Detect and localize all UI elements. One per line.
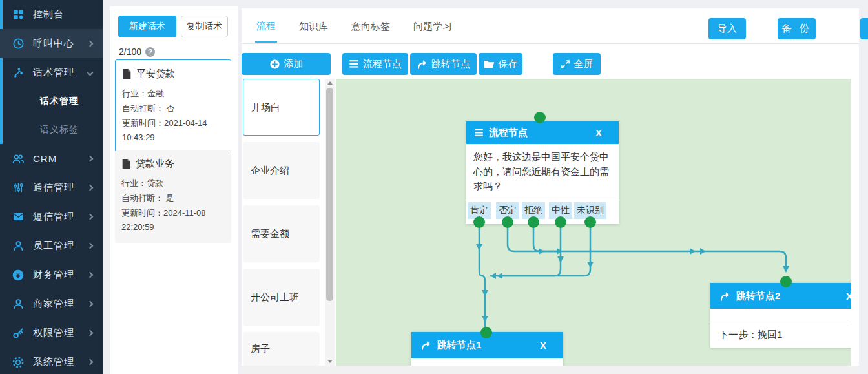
sidebar-item-system[interactable]: 系统管理 xyxy=(0,348,103,374)
intent-chip-row: 肯定 否定 拒绝 中性 未识别 xyxy=(466,200,619,224)
tab-intent-tags[interactable]: 意向标签 xyxy=(350,10,391,42)
users-icon xyxy=(12,152,25,165)
tab-bar: 流程 知识库 意向标签 问题学习 xyxy=(242,8,859,44)
sidebar-item-script-management[interactable]: 话术管理 xyxy=(0,58,103,87)
sidebar-item-call-center[interactable]: 呼叫中心 xyxy=(0,29,103,58)
flow-node-card[interactable]: 流程节点 X 您好，我这边是中国平安个贷中心的，请问您近期有资金上的需求吗？ 肯… xyxy=(466,121,619,224)
intent-chip-affirm[interactable]: 肯定 xyxy=(468,202,491,219)
plus-circle-icon xyxy=(269,59,280,70)
scrollbar-thumb[interactable] xyxy=(326,88,333,301)
tab-knowledge-base[interactable]: 知识库 xyxy=(298,10,329,42)
sidebar-subitem-script-management[interactable]: 话术管理 xyxy=(0,87,103,116)
script-card-loan[interactable]: 贷款业务 行业：贷款 自动打断： 是 更新时间：2024-11-08 22:20… xyxy=(115,150,231,243)
chevron-right-icon xyxy=(87,214,94,220)
script-count: 2/100 ? xyxy=(119,47,155,57)
sidebar-subitem-label: 语义标签 xyxy=(40,124,79,136)
jump-node-button[interactable]: 跳转节点 xyxy=(410,53,477,75)
intent-chip-deny[interactable]: 否定 xyxy=(496,202,519,219)
close-icon[interactable]: X xyxy=(540,340,554,351)
flow-node-title: 流程节点 xyxy=(489,127,595,139)
scroll-up-button[interactable] xyxy=(325,79,335,87)
canvas-toolbar: 添加 流程节点 跳转节点 保存 全屏 xyxy=(242,53,859,75)
intent-chip-unrecognized[interactable]: 未识别 xyxy=(574,202,606,219)
chevron-right-icon xyxy=(87,156,94,162)
tab-flow[interactable]: 流程 xyxy=(255,9,277,43)
sidebar-item-dashboard[interactable]: 控制台 xyxy=(0,0,103,29)
save-button[interactable]: 保存 xyxy=(479,53,522,75)
script-card-industry: 行业：贷款 xyxy=(121,176,225,191)
close-icon[interactable]: X xyxy=(595,127,611,138)
jump-arrow-icon xyxy=(719,291,730,301)
document-icon xyxy=(121,159,131,169)
new-script-button[interactable]: 新建话术 xyxy=(118,16,176,37)
fullscreen-button[interactable]: 全屏 xyxy=(553,53,601,75)
sidebar-item-label: 控制台 xyxy=(33,8,64,21)
add-node-button[interactable]: 添加 xyxy=(242,53,331,75)
list-icon xyxy=(349,59,359,68)
copy-script-button[interactable]: 复制话术 xyxy=(181,16,228,37)
flow-node-text[interactable]: 您好，我这边是中国平安个贷中心的，请问您近期有资金上的需求吗？ xyxy=(466,144,619,200)
intent-chip-neutral[interactable]: 中性 xyxy=(549,202,572,219)
script-card-industry: 行业：金融 xyxy=(122,87,224,101)
sidebar-item-label: 商家管理 xyxy=(33,298,74,310)
sidebar-item-merchants[interactable]: 商家管理 xyxy=(0,289,103,318)
tab-question-learning[interactable]: 问题学习 xyxy=(412,10,453,42)
jump-node-1-card[interactable]: 跳转节点1 X xyxy=(411,332,563,366)
flow-node-header[interactable]: 流程节点 X xyxy=(466,121,619,144)
jump-node-2-title: 跳转节点2 xyxy=(736,290,846,302)
list-icon xyxy=(474,129,484,137)
dashboard-icon xyxy=(12,8,25,21)
script-card-title: 平安贷款 xyxy=(122,68,224,80)
chevron-right-icon xyxy=(87,330,94,337)
sidebar-item-finance[interactable]: ¥ 财务管理 xyxy=(0,260,103,289)
chevron-right-icon xyxy=(87,243,94,249)
scroll-down-button[interactable] xyxy=(325,357,335,366)
chevron-right-icon xyxy=(87,301,94,307)
script-card-updated: 更新时间：2024-11-08 22:20:59 xyxy=(121,206,225,236)
jump-node-1-body xyxy=(411,358,563,366)
sidebar-subitem-semantic-tags[interactable]: 语义标签 xyxy=(0,116,103,144)
jump-node-2-card[interactable]: 跳转节点2 X 下一步：挽回1 xyxy=(710,283,851,348)
sidebar-item-crm[interactable]: CRM xyxy=(0,144,103,173)
backup-button[interactable]: 备 份 xyxy=(778,18,816,39)
chevron-right-icon xyxy=(87,185,94,191)
main-panel: 流程 知识库 意向标签 问题学习 导入 备 份 添加 流程节点 跳转节点 保存 … xyxy=(242,8,859,374)
node-list-item-company-intro[interactable]: 企业介绍 xyxy=(243,142,320,199)
jump-node-2-header[interactable]: 跳转节点2 X xyxy=(710,283,851,309)
chevron-right-icon xyxy=(87,359,94,366)
script-count-value: 2/100 xyxy=(119,47,141,57)
clock-icon xyxy=(12,37,25,50)
sidebar-item-sms[interactable]: 短信管理 xyxy=(0,202,103,231)
intent-chip-reject[interactable]: 拒绝 xyxy=(522,202,545,219)
sidebar-item-label: 呼叫中心 xyxy=(33,37,74,50)
fullscreen-icon xyxy=(561,59,570,69)
script-card-interrupt: 自动打断： 是 xyxy=(121,191,225,206)
sidebar-item-label: 员工管理 xyxy=(33,240,74,252)
node-list-item-house[interactable]: 房子 xyxy=(243,332,320,366)
node-list-item-business-job[interactable]: 开公司上班 xyxy=(243,269,320,326)
jump-arrow-icon xyxy=(420,340,431,350)
node-list-scrollbar[interactable] xyxy=(325,79,335,366)
mail-icon xyxy=(12,211,25,223)
sliders-icon xyxy=(12,182,25,194)
script-card-title: 贷款业务 xyxy=(121,158,225,170)
cut-off-edge-button[interactable] xyxy=(860,18,868,39)
sidebar-item-communication[interactable]: 通信管理 xyxy=(0,173,103,202)
script-card-pingan[interactable]: 平安贷款 行业：金融 自动打断： 否 更新时间：2021-04-14 10:43… xyxy=(115,59,231,154)
sidebar-item-employees[interactable]: 员工管理 xyxy=(0,231,103,260)
flow-canvas[interactable]: 流程节点 X 您好，我这边是中国平安个贷中心的，请问您近期有资金上的需求吗？ 肯… xyxy=(336,79,851,366)
triangle-down-icon xyxy=(327,360,333,363)
import-button[interactable]: 导入 xyxy=(708,18,746,39)
node-list-item-amount-needed[interactable]: 需要金额 xyxy=(243,205,320,262)
document-icon xyxy=(122,69,132,79)
node-list-item-opening[interactable]: 开场白 xyxy=(243,79,320,136)
flow-node-button[interactable]: 流程节点 xyxy=(342,53,408,75)
jump-node-2-next-step[interactable]: 下一步：挽回1 xyxy=(710,322,851,348)
sidebar-item-permissions[interactable]: 权限管理 xyxy=(0,318,103,348)
close-icon[interactable]: X xyxy=(846,291,851,302)
sidebar-item-label: 财务管理 xyxy=(33,269,74,281)
help-icon[interactable]: ? xyxy=(145,47,155,57)
sidebar-item-label: 系统管理 xyxy=(33,356,74,368)
key-icon xyxy=(12,327,25,340)
jump-node-1-header[interactable]: 跳转节点1 X xyxy=(411,332,563,358)
